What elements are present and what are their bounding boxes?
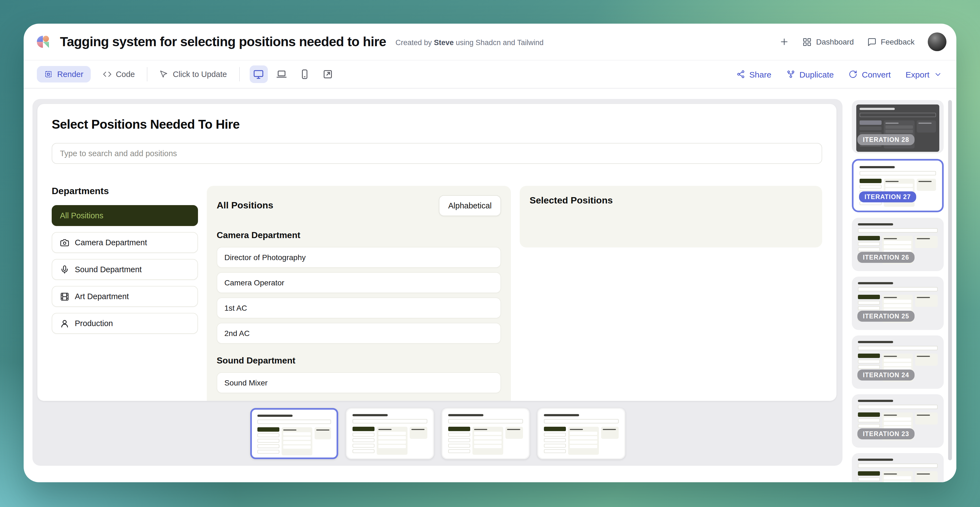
department-filter-button[interactable]: All Positions bbox=[52, 205, 198, 226]
sidebar-scrollbar[interactable] bbox=[948, 100, 952, 460]
position-group-heading: Camera Department bbox=[217, 230, 501, 240]
share-button[interactable]: Share bbox=[736, 70, 771, 79]
department-filter-button[interactable]: Camera Department bbox=[52, 232, 198, 253]
code-icon bbox=[103, 70, 111, 79]
plus-icon[interactable] bbox=[779, 37, 789, 47]
selected-positions-heading: Selected Positions bbox=[530, 195, 812, 206]
app-mini-preview bbox=[257, 415, 331, 455]
position-item[interactable]: 1st AC bbox=[217, 297, 501, 318]
app-mini-preview bbox=[544, 414, 619, 455]
fork-icon bbox=[786, 70, 795, 79]
position-group: Camera Department Director of Photograph… bbox=[217, 230, 501, 344]
app-mini-preview bbox=[448, 414, 523, 455]
feedback-button[interactable]: Feedback bbox=[867, 37, 915, 46]
iteration-card[interactable]: ITERATION 26 bbox=[852, 218, 944, 271]
device-toggle-open-preview[interactable] bbox=[319, 65, 337, 83]
microphone-icon bbox=[60, 265, 69, 274]
cursor-icon bbox=[159, 70, 168, 79]
search-positions-input[interactable] bbox=[52, 143, 822, 164]
export-button[interactable]: Export bbox=[905, 70, 942, 79]
tab-render[interactable]: Render bbox=[37, 66, 91, 83]
app-mini-preview bbox=[352, 414, 427, 455]
iteration-badge: ITERATION 28 bbox=[858, 134, 915, 145]
iteration-card[interactable]: ITERATION 28 bbox=[852, 100, 944, 153]
app-window: Tagging system for selecting positions n… bbox=[24, 24, 956, 482]
device-toggle-desktop-monitor[interactable] bbox=[250, 65, 267, 83]
selection-box-icon bbox=[44, 70, 53, 79]
departments-heading: Departments bbox=[52, 186, 198, 197]
department-label: Camera Department bbox=[75, 238, 147, 247]
position-groups: Camera Department Director of Photograph… bbox=[217, 230, 501, 393]
desktop-monitor-icon bbox=[253, 69, 264, 80]
iteration-badge: ITERATION 24 bbox=[858, 370, 915, 380]
position-item[interactable]: 2nd AC bbox=[217, 323, 501, 344]
all-positions-panel: All Positions Alphabetical Camera Depart… bbox=[207, 186, 511, 401]
duplicate-button[interactable]: Duplicate bbox=[786, 70, 834, 79]
version-thumbnail[interactable] bbox=[346, 408, 434, 459]
project-byline: Created by Steve using Shadcn and Tailwi… bbox=[395, 38, 543, 47]
iteration-card[interactable] bbox=[852, 453, 944, 482]
iteration-badge: ITERATION 26 bbox=[858, 252, 915, 263]
user-avatar[interactable] bbox=[928, 32, 947, 51]
department-label: All Positions bbox=[60, 211, 103, 220]
iteration-badge: ITERATION 25 bbox=[858, 311, 915, 322]
app-mini-preview bbox=[858, 459, 938, 482]
iteration-badge: ITERATION 23 bbox=[858, 428, 915, 439]
project-title: Tagging system for selecting positions n… bbox=[60, 34, 386, 49]
render-preview-area: Select Positions Needed To Hire Departme… bbox=[32, 99, 843, 466]
department-label: Art Department bbox=[75, 292, 129, 301]
refresh-icon bbox=[849, 70, 858, 79]
speech-bubble-icon bbox=[867, 37, 877, 46]
all-positions-heading: All Positions bbox=[217, 200, 273, 211]
position-group: Sound Department Sound Mixer bbox=[217, 356, 501, 393]
person-icon bbox=[60, 319, 69, 328]
iterations-sidebar: ITERATION 28 ITERATION 27 ITERATION 26 I… bbox=[843, 89, 956, 482]
click-to-update-button[interactable]: Click to Update bbox=[159, 70, 227, 79]
titlebar: Tagging system for selecting positions n… bbox=[24, 24, 956, 60]
department-filter-button[interactable]: Sound Department bbox=[52, 259, 198, 280]
department-label: Sound Department bbox=[75, 265, 142, 274]
author-name: Steve bbox=[434, 38, 454, 47]
tab-code[interactable]: Code bbox=[103, 70, 135, 79]
version-thumbnail[interactable] bbox=[250, 408, 338, 459]
device-toggle-group bbox=[250, 65, 337, 83]
open-preview-icon bbox=[322, 69, 333, 80]
department-filter-button[interactable]: Art Department bbox=[52, 286, 198, 307]
version-thumbnail[interactable] bbox=[537, 408, 625, 459]
iteration-card[interactable]: ITERATION 24 bbox=[852, 335, 944, 389]
selected-positions-panel: Selected Positions bbox=[520, 186, 822, 248]
position-item[interactable]: Director of Photography bbox=[217, 247, 501, 268]
rendered-app: Select Positions Needed To Hire Departme… bbox=[37, 104, 837, 401]
toolbar-divider bbox=[239, 67, 240, 81]
app-logo-icon[interactable] bbox=[37, 36, 49, 48]
share-nodes-icon bbox=[736, 70, 745, 79]
iteration-card[interactable]: ITERATION 27 bbox=[852, 159, 944, 212]
alphabetical-sort-button[interactable]: Alphabetical bbox=[439, 195, 501, 216]
chevron-down-icon bbox=[934, 70, 942, 78]
film-icon bbox=[60, 292, 69, 301]
app-heading: Select Positions Needed To Hire bbox=[52, 117, 822, 132]
toolbar-divider bbox=[147, 67, 147, 81]
convert-button[interactable]: Convert bbox=[849, 70, 891, 79]
device-toggle-laptop[interactable] bbox=[272, 65, 291, 83]
toolbar: Render Code Click to Update Share bbox=[24, 60, 956, 89]
version-thumbnail[interactable] bbox=[441, 408, 529, 459]
position-item[interactable]: Camera Operator bbox=[217, 272, 501, 293]
version-carousel bbox=[250, 408, 625, 459]
position-item[interactable]: Sound Mixer bbox=[217, 372, 501, 393]
laptop-icon bbox=[276, 69, 287, 80]
grid-icon bbox=[802, 37, 812, 46]
dashboard-button[interactable]: Dashboard bbox=[802, 37, 854, 46]
iteration-card[interactable]: ITERATION 25 bbox=[852, 277, 944, 330]
iteration-card[interactable]: ITERATION 23 bbox=[852, 394, 944, 448]
iterations-list: ITERATION 28 ITERATION 27 ITERATION 26 I… bbox=[852, 100, 956, 482]
position-group-heading: Sound Department bbox=[217, 356, 501, 366]
desktop-background: Tagging system for selecting positions n… bbox=[0, 0, 980, 507]
device-toggle-smartphone[interactable] bbox=[296, 65, 314, 83]
smartphone-icon bbox=[299, 69, 310, 80]
departments-list: All Positions Camera Department Sound De… bbox=[52, 205, 198, 334]
department-label: Production bbox=[75, 319, 113, 328]
camera-icon bbox=[60, 238, 69, 247]
iteration-badge: ITERATION 27 bbox=[859, 191, 916, 202]
department-filter-button[interactable]: Production bbox=[52, 313, 198, 334]
